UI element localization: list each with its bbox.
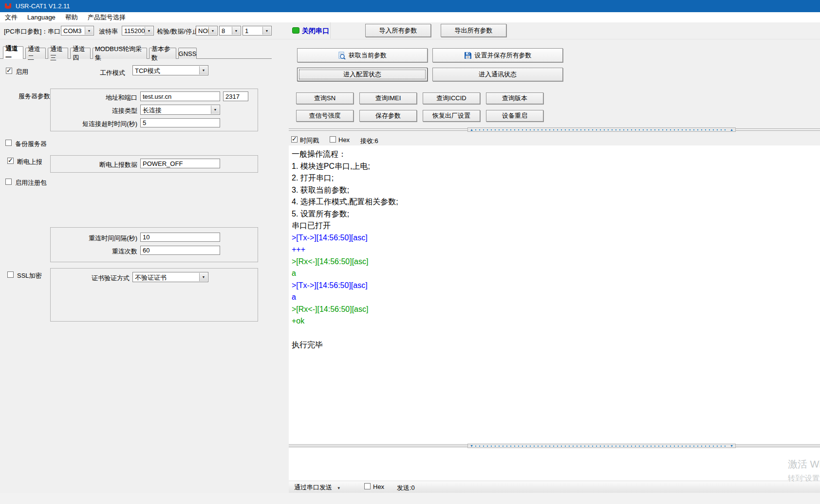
regpack-label: 启用注册包 bbox=[15, 179, 47, 187]
menu-bar: 文件 Language 帮助 产品型号选择 bbox=[0, 12, 820, 22]
export-params-button[interactable]: 导出所有参数 bbox=[441, 24, 506, 37]
reconnect-interval-label: 重连时间间隔(秒) bbox=[73, 234, 137, 243]
chevron-down-icon[interactable]: ▼ bbox=[208, 27, 217, 35]
serial-port-label: [PC串口参数]：串口号 bbox=[4, 27, 67, 36]
sent-count-label: 发送:0 bbox=[397, 484, 415, 492]
tab-gnss[interactable]: GNSS bbox=[178, 48, 197, 59]
splitter-handle[interactable]: ▼ ▼ bbox=[467, 444, 736, 448]
server-address-input[interactable]: test.usr.cn bbox=[140, 91, 220, 101]
chevron-down-icon[interactable]: ▼ bbox=[211, 106, 219, 114]
chevron-down-icon[interactable]: ▼ bbox=[199, 273, 207, 281]
baud-label: 波特率 bbox=[99, 27, 118, 36]
conn-type-label: 连接类型 bbox=[73, 107, 137, 115]
splitter-dots bbox=[475, 446, 728, 447]
stopbits-select[interactable]: 1 ▼ bbox=[242, 26, 272, 36]
menu-language[interactable]: Language bbox=[22, 13, 60, 22]
recv-hex-checkbox[interactable] bbox=[330, 136, 336, 143]
receive-log[interactable]: 一般操作流程： 1. 模块连PC串口,上电; 2. 打开串口; 3. 获取当前参… bbox=[289, 145, 820, 444]
tab-channel-3[interactable]: 通道三 bbox=[48, 48, 68, 59]
short-timeout-input[interactable]: 5 bbox=[140, 118, 220, 127]
log-line: >[Tx->][14:56:50][asc] bbox=[292, 280, 820, 292]
import-params-button[interactable]: 导入所有参数 bbox=[365, 24, 431, 37]
timestamp-checkbox[interactable] bbox=[291, 136, 298, 143]
server-port-input[interactable]: 2317 bbox=[223, 91, 248, 101]
short-timeout-label: 短连接超时时间(秒) bbox=[73, 120, 137, 128]
log-line: +ok bbox=[292, 315, 820, 327]
cert-verify-select[interactable]: 不验证证书 ▼ bbox=[132, 272, 208, 282]
query-sn-button[interactable]: 查询SN bbox=[296, 92, 354, 104]
com-port-select[interactable]: COM3 ▼ bbox=[61, 26, 94, 36]
tab-basic-params[interactable]: 基本参数 bbox=[149, 48, 176, 59]
chevron-down-icon[interactable]: ▼ bbox=[145, 27, 153, 35]
work-mode-select[interactable]: TCP模式 ▼ bbox=[132, 65, 208, 75]
log-bottom-splitter[interactable]: ▼ ▼ bbox=[289, 444, 820, 448]
reconnect-times-input[interactable]: 60 bbox=[140, 246, 220, 255]
poweroff-report-checkbox[interactable] bbox=[7, 158, 14, 164]
enter-config-button[interactable]: 进入配置状态 bbox=[297, 68, 428, 81]
set-save-params-button[interactable]: 设置并保存所有参数 bbox=[432, 48, 563, 62]
chevron-down-icon[interactable]: ▼ bbox=[262, 27, 271, 35]
splitter-handle[interactable]: ▲ ▲ bbox=[467, 127, 736, 132]
tab-channel-1[interactable]: 通道一 bbox=[3, 46, 23, 59]
reconnect-interval-input[interactable]: 10 bbox=[140, 233, 220, 242]
send-text-area[interactable] bbox=[289, 448, 820, 481]
tab-channel-2[interactable]: 通道二 bbox=[25, 48, 46, 59]
log-line: 3. 获取当前参数; bbox=[292, 184, 820, 197]
recv-count-label: 接收:6 bbox=[360, 137, 378, 145]
collapse-up-icon: ▲ bbox=[470, 128, 473, 131]
log-line: >[Rx<-][14:56:50][asc] bbox=[292, 256, 820, 268]
log-line: a bbox=[292, 268, 820, 280]
menu-file[interactable]: 文件 bbox=[0, 12, 22, 23]
log-line: 2. 打开串口; bbox=[292, 172, 820, 184]
server-group-label: 服务器参数 bbox=[19, 92, 50, 101]
menu-help[interactable]: 帮助 bbox=[60, 12, 83, 23]
collapse-up-icon: ▲ bbox=[730, 128, 733, 131]
collapse-down-icon: ▼ bbox=[470, 444, 473, 448]
save-params-button[interactable]: 保存参数 bbox=[359, 110, 417, 122]
query-signal-button[interactable]: 查信号强度 bbox=[296, 110, 354, 122]
windows-activation-watermark: 激活 Windows 转到“设置”以激活 bbox=[788, 458, 820, 483]
recv-hex-label: Hex bbox=[338, 136, 350, 144]
window-title: USR-CAT1 V1.2.11 bbox=[16, 2, 70, 10]
databits-select[interactable]: 8 ▼ bbox=[219, 26, 241, 36]
chevron-down-icon[interactable]: ▼ bbox=[232, 27, 240, 35]
addr-port-label: 地址和端口 bbox=[73, 93, 137, 102]
chevron-down-icon[interactable]: ▼ bbox=[199, 66, 207, 74]
log-line: 一般操作流程： bbox=[292, 148, 820, 161]
port-open-led-icon bbox=[292, 27, 299, 34]
log-line: 5. 设置所有参数; bbox=[292, 208, 820, 220]
tab-modbus[interactable]: MODBUS轮询采集 bbox=[93, 48, 147, 59]
query-iccid-button[interactable]: 查询ICCID bbox=[423, 92, 480, 104]
get-params-button[interactable]: 获取当前参数 bbox=[297, 48, 428, 62]
log-top-splitter[interactable]: ▲ ▲ bbox=[289, 127, 820, 132]
collapse-down-icon: ▼ bbox=[730, 444, 733, 448]
poweroff-data-input[interactable]: POWER_OFF bbox=[140, 159, 220, 168]
log-line: +++ bbox=[292, 244, 820, 256]
app-window: USR-CAT1 V1.2.11 文件 Language 帮助 产品型号选择 [… bbox=[0, 0, 820, 504]
close-port-button[interactable]: 关闭串口 bbox=[302, 27, 329, 36]
enable-label: 启用 bbox=[16, 68, 28, 76]
app-logo-icon bbox=[4, 3, 12, 9]
send-via-serial-button[interactable]: 通过串口发送 ▼ bbox=[294, 483, 341, 492]
send-hex-checkbox[interactable] bbox=[364, 483, 371, 489]
reboot-button[interactable]: 设备重启 bbox=[486, 110, 543, 122]
enable-checkbox[interactable] bbox=[6, 68, 12, 74]
search-doc-icon bbox=[338, 52, 346, 59]
conn-type-select[interactable]: 长连接 ▼ bbox=[140, 105, 220, 115]
tab-channel-4[interactable]: 通道四 bbox=[70, 48, 91, 59]
chevron-down-icon[interactable]: ▼ bbox=[85, 27, 93, 35]
query-imei-button[interactable]: 查询IMEI bbox=[359, 92, 417, 104]
query-version-button[interactable]: 查询版本 bbox=[486, 92, 543, 104]
factory-reset-button[interactable]: 恢复出厂设置 bbox=[423, 110, 480, 122]
backup-server-checkbox[interactable] bbox=[5, 140, 12, 146]
ssl-checkbox[interactable] bbox=[7, 271, 14, 278]
parity-select[interactable]: NONI ▼ bbox=[196, 26, 218, 36]
poweroff-report-label: 断电上报 bbox=[17, 158, 42, 166]
enter-comm-button[interactable]: 进入通讯状态 bbox=[432, 68, 563, 81]
ssl-label: SSL加密 bbox=[17, 271, 42, 280]
baud-select[interactable]: 115200 ▼ bbox=[122, 26, 154, 36]
menu-product-model[interactable]: 产品型号选择 bbox=[83, 12, 130, 23]
regpack-checkbox[interactable] bbox=[5, 179, 12, 185]
title-bar: USR-CAT1 V1.2.11 bbox=[0, 0, 820, 12]
log-line: 执行完毕 bbox=[292, 339, 820, 351]
